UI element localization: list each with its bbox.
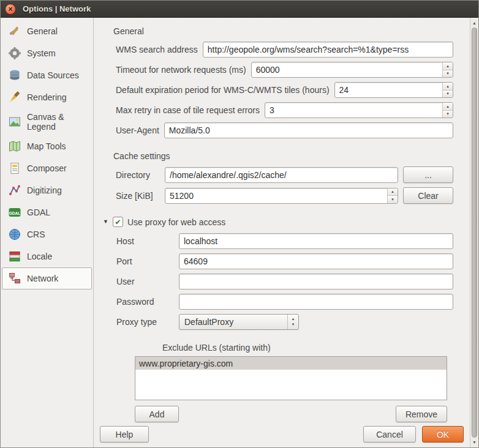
help-button[interactable]: Help bbox=[100, 426, 149, 442]
timeout-spinner: ▲ ▼ bbox=[251, 62, 453, 78]
sidebar-item-data-sources[interactable]: Data Sources bbox=[2, 64, 92, 86]
exclude-url-item[interactable]: www.proprietary-gis.com bbox=[135, 357, 447, 370]
options-dialog: × Options | Network General System bbox=[0, 0, 479, 448]
spin-up-icon[interactable]: ▲ bbox=[388, 189, 398, 196]
expiration-input[interactable] bbox=[335, 83, 442, 97]
timeout-input[interactable] bbox=[252, 62, 442, 77]
dialog-button-box: Help Cancel OK bbox=[100, 422, 464, 444]
scroll-down-icon[interactable]: ▼ bbox=[472, 439, 477, 446]
remove-url-button[interactable]: Remove bbox=[396, 406, 447, 422]
sidebar-item-map-tools[interactable]: Map Tools bbox=[2, 135, 92, 157]
timeout-row: Timeout for network requests (ms) ▲ ▼ bbox=[116, 62, 453, 78]
wms-search-label: WMS search address bbox=[116, 45, 198, 54]
sidebar-item-crs[interactable]: CRS bbox=[2, 223, 92, 245]
spin-up-icon[interactable]: ▲ bbox=[443, 103, 453, 110]
sidebar-item-label: Map Tools bbox=[27, 141, 66, 151]
sidebar-item-digitizing[interactable]: Digitizing bbox=[2, 179, 92, 201]
expiration-label: Default expiration period for WMS-C/WMTS… bbox=[116, 85, 330, 95]
globe-icon bbox=[7, 227, 22, 242]
gdal-logo-icon: GDAL bbox=[7, 205, 22, 220]
sidebar-item-label: Network bbox=[27, 274, 58, 283]
svg-text:GDAL: GDAL bbox=[9, 211, 20, 215]
exclude-urls-list[interactable]: www.proprietary-gis.com bbox=[135, 356, 447, 400]
proxy-host-input[interactable] bbox=[179, 233, 453, 249]
cache-size-input[interactable] bbox=[165, 189, 387, 203]
spin-down-icon[interactable]: ▼ bbox=[388, 195, 398, 203]
proxy-password-input[interactable] bbox=[179, 294, 453, 310]
database-icon bbox=[7, 68, 22, 83]
proxy-group-header[interactable]: ▼ ✔ Use proxy for web access bbox=[103, 217, 464, 227]
proxy-type-value: DefaultProxy bbox=[179, 315, 287, 329]
proxy-user-input[interactable] bbox=[179, 274, 453, 289]
add-url-button[interactable]: Add bbox=[135, 406, 179, 422]
window-title: Options | Network bbox=[23, 4, 91, 13]
sidebar-item-general[interactable]: General bbox=[2, 20, 92, 42]
proxy-port-input[interactable] bbox=[179, 253, 453, 269]
proxy-port-row: Port bbox=[116, 253, 453, 269]
cache-size-label: Size [KiB] bbox=[116, 191, 160, 201]
proxy-type-select[interactable]: DefaultProxy ▲ ▼ bbox=[179, 314, 299, 330]
sidebar-item-label: CRS bbox=[27, 230, 45, 239]
retry-input[interactable] bbox=[265, 103, 442, 118]
combo-arrows-icon: ▲ ▼ bbox=[287, 315, 298, 329]
wms-search-row: WMS search address bbox=[116, 42, 453, 58]
user-agent-input[interactable] bbox=[164, 122, 453, 138]
cancel-button[interactable]: Cancel bbox=[363, 426, 416, 442]
ok-button[interactable]: OK bbox=[422, 426, 464, 442]
map-icon bbox=[7, 139, 22, 154]
browse-button[interactable]: ... bbox=[403, 166, 453, 183]
timeout-label: Timeout for network requests (ms) bbox=[116, 65, 246, 75]
wms-search-input[interactable] bbox=[203, 42, 453, 58]
use-proxy-label: Use proxy for web access bbox=[127, 217, 225, 227]
proxy-password-row: Password bbox=[116, 294, 453, 310]
cache-section-title: Cache settings bbox=[113, 151, 464, 161]
sidebar-item-label: Composer bbox=[27, 163, 67, 173]
spin-up-icon[interactable]: ▲ bbox=[443, 83, 453, 90]
general-section-title: General bbox=[113, 26, 464, 36]
expiration-row: Default expiration period for WMS-C/WMTS… bbox=[116, 82, 453, 98]
spin-down-icon[interactable]: ▼ bbox=[443, 70, 453, 78]
sidebar-item-rendering[interactable]: Rendering bbox=[2, 86, 92, 108]
wrench-hammer-icon bbox=[7, 24, 22, 39]
flags-icon bbox=[7, 249, 22, 264]
clear-cache-button[interactable]: Clear bbox=[403, 187, 453, 204]
vector-polyline-icon bbox=[7, 183, 22, 198]
spin-down-icon[interactable]: ▼ bbox=[443, 90, 453, 98]
proxy-port-label: Port bbox=[116, 256, 174, 266]
proxy-password-label: Password bbox=[116, 297, 174, 307]
proxy-host-row: Host bbox=[116, 233, 453, 249]
cache-directory-input[interactable] bbox=[165, 167, 398, 183]
proxy-user-row: User bbox=[116, 274, 453, 289]
sidebar: General System Data Sources Rendering bbox=[1, 18, 94, 447]
gear-icon bbox=[7, 46, 22, 61]
user-agent-row: User-Agent bbox=[116, 122, 453, 138]
proxy-user-label: User bbox=[116, 277, 174, 286]
sidebar-item-label: Data Sources bbox=[27, 70, 79, 80]
proxy-host-label: Host bbox=[116, 236, 174, 246]
sidebar-item-label: Canvas & Legend bbox=[27, 112, 89, 132]
expander-down-icon[interactable]: ▼ bbox=[103, 219, 108, 225]
sidebar-item-system[interactable]: System bbox=[2, 42, 92, 64]
cache-size-spinner: ▲ ▼ bbox=[165, 188, 398, 204]
use-proxy-checkbox[interactable]: ✔ bbox=[113, 217, 123, 227]
spin-up-icon[interactable]: ▲ bbox=[443, 62, 453, 70]
cache-directory-label: Directory bbox=[116, 170, 160, 180]
sidebar-item-canvas-legend[interactable]: Canvas & Legend bbox=[2, 108, 92, 135]
sidebar-item-composer[interactable]: Composer bbox=[2, 157, 92, 179]
paintbrush-icon bbox=[7, 90, 22, 105]
scroll-up-icon[interactable]: ▲ bbox=[472, 20, 477, 26]
spin-down-icon[interactable]: ▼ bbox=[443, 110, 453, 118]
scrollbar-thumb[interactable] bbox=[472, 28, 477, 438]
retry-row: Max retry in case of tile request errors… bbox=[116, 102, 453, 118]
titlebar[interactable]: × Options | Network bbox=[1, 1, 478, 18]
content-scrollbar[interactable]: ▲ ▼ bbox=[470, 18, 478, 447]
sidebar-item-gdal[interactable]: GDAL GDAL bbox=[2, 201, 92, 223]
retry-spinner: ▲ ▼ bbox=[265, 102, 453, 118]
sidebar-item-locale[interactable]: Locale bbox=[2, 245, 92, 267]
proxy-type-row: Proxy type DefaultProxy ▲ ▼ bbox=[116, 314, 453, 330]
close-button[interactable]: × bbox=[5, 4, 16, 15]
picture-icon bbox=[7, 114, 22, 129]
user-agent-label: User-Agent bbox=[116, 125, 159, 135]
sidebar-item-label: Digitizing bbox=[27, 185, 62, 195]
sidebar-item-network[interactable]: Network bbox=[2, 267, 92, 289]
